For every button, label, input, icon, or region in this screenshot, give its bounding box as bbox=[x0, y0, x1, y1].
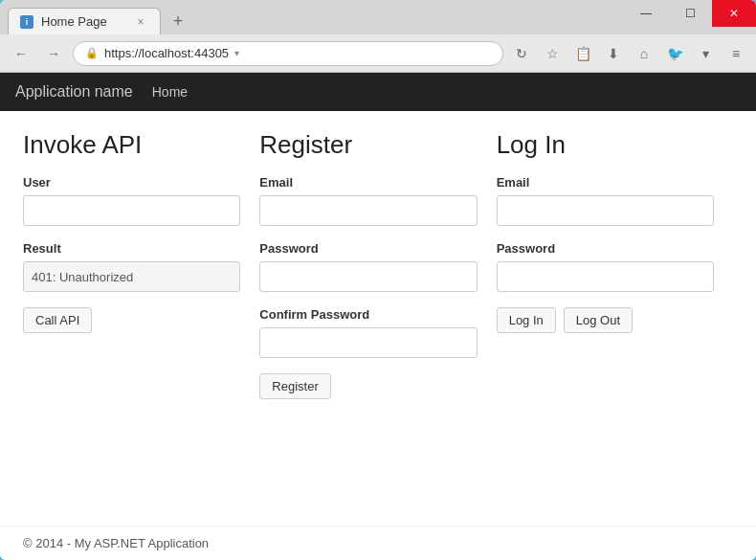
logout-button[interactable]: Log Out bbox=[564, 307, 633, 333]
footer-text: © 2014 - My ASP.NET Application bbox=[23, 536, 209, 550]
back-button[interactable]: ← bbox=[8, 40, 34, 67]
register-column: Register Email Password Confirm Password bbox=[259, 130, 496, 506]
call-api-group: Call API bbox=[23, 307, 240, 333]
refresh-button[interactable]: ↻ bbox=[509, 41, 534, 66]
minimize-button[interactable]: — bbox=[624, 0, 668, 27]
columns: Invoke API User Result 401: Unauthorized… bbox=[23, 130, 733, 506]
register-title: Register bbox=[259, 130, 477, 160]
address-input[interactable]: 🔒 https://localhost:44305 ▾ bbox=[73, 41, 503, 66]
tab-strip: i Home Page × + bbox=[8, 0, 191, 34]
login-password-input[interactable] bbox=[497, 261, 714, 292]
bookmark-icon[interactable]: ☆ bbox=[540, 41, 565, 66]
register-email-label: Email bbox=[259, 175, 477, 190]
result-box: 401: Unauthorized bbox=[23, 261, 240, 292]
login-btn-row: Log In Log Out bbox=[497, 307, 714, 333]
register-password-group: Password bbox=[259, 241, 477, 292]
login-button[interactable]: Log In bbox=[497, 307, 556, 333]
new-tab-button[interactable]: + bbox=[165, 10, 191, 33]
register-button[interactable]: Register bbox=[259, 373, 330, 399]
register-email-group: Email bbox=[259, 175, 477, 226]
result-label: Result bbox=[23, 241, 240, 256]
app-name: Application name bbox=[15, 83, 133, 101]
address-bar: ← → 🔒 https://localhost:44305 ▾ ↻ ☆ 📋 ⬇ … bbox=[0, 34, 756, 73]
register-email-input[interactable] bbox=[259, 195, 477, 226]
page-footer: © 2014 - My ASP.NET Application bbox=[0, 526, 756, 560]
browser-window: i Home Page × + — ☐ ✕ ← → 🔒 https://loca… bbox=[0, 0, 756, 560]
active-tab[interactable]: i Home Page × bbox=[8, 8, 161, 34]
login-password-group: Password bbox=[497, 241, 714, 292]
login-email-label: Email bbox=[497, 175, 714, 190]
tab-favicon: i bbox=[20, 15, 33, 29]
maximize-button[interactable]: ☐ bbox=[668, 0, 712, 27]
invoke-api-column: Invoke API User Result 401: Unauthorized… bbox=[23, 130, 259, 506]
register-confirm-group: Confirm Password bbox=[259, 307, 477, 358]
user-field-group: User bbox=[23, 175, 240, 226]
login-actions-group: Log In Log Out bbox=[497, 307, 714, 333]
user-label: User bbox=[23, 175, 240, 190]
download-icon[interactable]: ⬇ bbox=[601, 41, 626, 66]
register-password-input[interactable] bbox=[259, 261, 477, 292]
login-email-group: Email bbox=[497, 175, 714, 226]
menu-icon[interactable]: ≡ bbox=[723, 41, 748, 66]
tab-close-button[interactable]: × bbox=[133, 14, 148, 30]
login-email-input[interactable] bbox=[497, 195, 714, 226]
app-navbar: Application name Home bbox=[0, 73, 756, 111]
login-title: Log In bbox=[497, 130, 714, 160]
title-bar: i Home Page × + — ☐ ✕ bbox=[0, 0, 756, 34]
clipboard-icon[interactable]: 📋 bbox=[570, 41, 595, 66]
home-icon[interactable]: ⌂ bbox=[632, 41, 656, 66]
close-button[interactable]: ✕ bbox=[712, 0, 756, 27]
register-confirm-input[interactable] bbox=[259, 327, 477, 358]
address-dropdown-icon: ▾ bbox=[234, 48, 239, 58]
lock-icon: 🔒 bbox=[85, 47, 99, 59]
login-column: Log In Email Password Log In Log Out bbox=[497, 130, 733, 506]
call-api-button[interactable]: Call API bbox=[23, 307, 92, 333]
login-password-label: Password bbox=[497, 241, 714, 256]
forward-button[interactable]: → bbox=[40, 40, 67, 67]
result-field-group: Result 401: Unauthorized bbox=[23, 241, 240, 292]
window-controls: — ☐ ✕ bbox=[624, 0, 756, 27]
register-password-label: Password bbox=[259, 241, 477, 256]
person-icon[interactable]: 🐦 bbox=[662, 41, 687, 66]
invoke-api-title: Invoke API bbox=[23, 130, 240, 160]
address-text: https://localhost:44305 bbox=[104, 46, 229, 60]
register-confirm-label: Confirm Password bbox=[259, 307, 477, 322]
nav-link-home[interactable]: Home bbox=[152, 84, 188, 100]
user-input[interactable] bbox=[23, 195, 240, 226]
page-content: Application name Home Invoke API User Re… bbox=[0, 73, 756, 560]
main-content: Invoke API User Result 401: Unauthorized… bbox=[0, 111, 756, 526]
tab-title: Home Page bbox=[41, 14, 107, 29]
profile-dropdown-icon[interactable]: ▾ bbox=[693, 41, 718, 66]
register-submit-group: Register bbox=[259, 373, 477, 399]
